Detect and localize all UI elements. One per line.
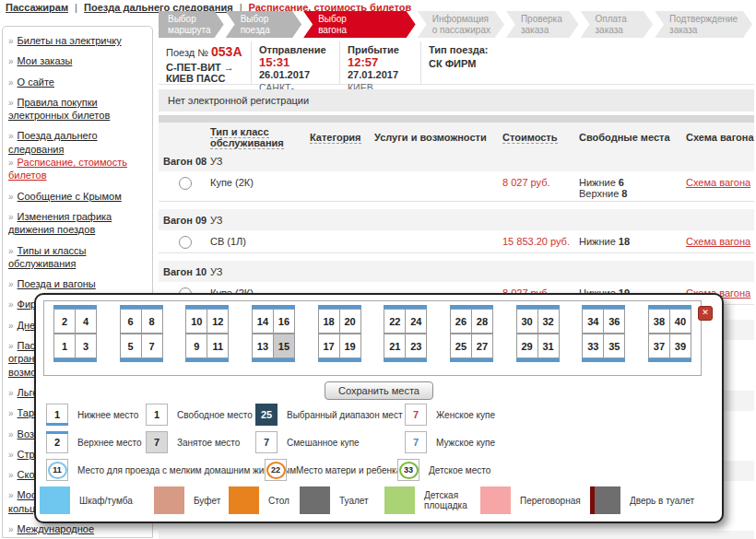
seat-cell[interactable]: 22 <box>384 309 406 334</box>
seat-cell[interactable]: 3 <box>75 334 97 358</box>
seat-cell[interactable]: 21 <box>384 334 406 358</box>
step-line2: заказа <box>521 25 575 36</box>
category-cell <box>310 177 374 199</box>
wagon-number: Вагон 09 <box>159 215 210 226</box>
step-todo: Оплатазаказа <box>581 11 654 38</box>
seat-cell[interactable]: 5 <box>120 334 142 358</box>
seat-cell[interactable]: 17 <box>318 334 340 358</box>
sidebar-link[interactable]: Международное сообщение <box>8 523 94 538</box>
seat-group: 18201719 <box>318 305 361 375</box>
seat-cell[interactable]: 25 <box>450 334 472 358</box>
save-seats-button[interactable]: Сохранить места <box>325 381 433 400</box>
seat-row-upper: 68 <box>120 309 163 334</box>
sidebar-link[interactable]: Мои заказы <box>18 55 73 66</box>
step-line1: Выбор <box>318 14 412 25</box>
departure-label: Отправление <box>259 44 332 55</box>
step-line2: заказа <box>669 25 749 36</box>
seat-cell[interactable]: 18 <box>318 309 340 334</box>
seat-cell[interactable]: 35 <box>603 334 625 358</box>
seat-row-upper: 2628 <box>450 309 493 334</box>
seat-cell[interactable]: 38 <box>648 309 670 334</box>
sidebar-link[interactable]: Изменения графика движения поездов <box>8 211 112 235</box>
seat-cell[interactable]: 39 <box>669 334 691 358</box>
sidebar-subitem: »Изменения графика движения поездов <box>8 210 148 237</box>
seat-cell[interactable]: 15 <box>273 334 295 358</box>
seat-cell[interactable]: 37 <box>648 334 670 358</box>
wagon-scheme-link[interactable]: Схема вагона <box>686 177 750 188</box>
sidebar-subitem: »Сообщение с Крымом <box>8 190 148 203</box>
step-done[interactable]: Выборпоезда <box>226 11 302 38</box>
legend-label: Переговорная <box>520 496 581 506</box>
sidebar-subitem: »Поезда и вагоны <box>8 277 148 290</box>
seat-cell[interactable]: 7 <box>141 334 163 358</box>
seat-cell[interactable]: 33 <box>582 334 604 358</box>
close-icon[interactable]: ✕ <box>698 306 713 321</box>
seat-cell[interactable]: 4 <box>75 309 97 334</box>
step-todo: Подтверждениезаказа <box>655 11 752 38</box>
seat-group: 38403739 <box>648 305 691 375</box>
sidebar-link[interactable]: Билеты на электричку <box>18 35 122 46</box>
seat-cell[interactable]: 8 <box>141 309 163 334</box>
seat-row-upper: 3840 <box>648 309 691 334</box>
child-circle-icon: 33 <box>399 462 419 479</box>
seat-cell[interactable]: 13 <box>252 334 274 358</box>
seat-cell[interactable]: 16 <box>273 309 295 334</box>
seat-group: 22242123 <box>384 305 427 375</box>
seat-cell[interactable]: 23 <box>405 334 427 358</box>
seat-cell[interactable]: 29 <box>516 334 538 358</box>
class-radio-button[interactable] <box>179 177 192 190</box>
seat-cell[interactable]: 24 <box>405 309 427 334</box>
train-number-section: Поезд № 053А С-ПЕТ-ВИТ → КИЕВ ПАСС <box>159 41 251 84</box>
arrival-section: Прибытие 12:57 27.01.2017 КИЕВ <box>339 41 420 84</box>
sidebar-link[interactable]: Сообщение с Крымом <box>18 191 122 202</box>
sidebar-link[interactable]: Поезда дальнего следования <box>8 130 98 154</box>
seat-cell[interactable]: 31 <box>537 334 560 358</box>
seat-cell[interactable]: 6 <box>120 309 142 334</box>
chevron-right-icon: » <box>8 56 14 66</box>
seat-cell[interactable]: 2 <box>53 309 76 334</box>
seat-cell[interactable]: 10 <box>185 309 207 334</box>
seat-cell[interactable]: 9 <box>185 334 207 358</box>
column-header: Тип и класс обслуживания <box>210 126 310 148</box>
legend-label: Смешанное купе <box>287 438 360 448</box>
seat-cell[interactable]: 28 <box>471 309 493 334</box>
chevron-right-icon: » <box>8 388 14 398</box>
pet-circle-icon: 11 <box>48 462 67 479</box>
sidebar-link[interactable]: Правила покупки электронных билетов <box>8 97 110 121</box>
sidebar-link[interactable]: Расписание, стоимость билетов <box>8 157 127 181</box>
seat-cell[interactable]: 36 <box>603 309 625 334</box>
seat-pet-box: 11 <box>46 459 68 481</box>
class-radio-button[interactable] <box>179 236 192 249</box>
seat-free-box: 1 <box>146 404 168 426</box>
sortable-header-link[interactable]: Тип и класс обслуживания <box>210 126 284 149</box>
step-line2: о пассажирах <box>432 25 501 36</box>
breadcrumb-link-passengers[interactable]: Пассажирам <box>6 2 68 13</box>
step-done[interactable]: Выбормаршрута <box>159 11 224 38</box>
legend-label: Мужское купе <box>436 438 495 448</box>
sidebar-link[interactable]: О сайте <box>18 76 54 88</box>
compartment-mixed-box: 7 <box>255 431 278 453</box>
sortable-header-link[interactable]: Стоимость <box>502 132 558 144</box>
seat-cell[interactable]: 1 <box>53 334 76 358</box>
seat-cell[interactable]: 12 <box>207 309 229 334</box>
seat-cell[interactable]: 20 <box>339 309 361 334</box>
carrier-label: УЗ <box>210 156 310 167</box>
seat-cell[interactable]: 34 <box>582 309 604 334</box>
sidebar-link[interactable]: Поезда и вагоны <box>18 278 96 289</box>
wagon-scheme-link[interactable]: Схема вагона <box>686 236 750 247</box>
seat-cell[interactable]: 27 <box>471 334 493 358</box>
seat-cell[interactable]: 14 <box>252 309 274 334</box>
seat-cell[interactable]: 32 <box>537 309 560 334</box>
legend-label: Место матери и ребенка <box>296 465 401 475</box>
seat-cell[interactable]: 40 <box>669 309 691 334</box>
sortable-header-link[interactable]: Категория <box>310 132 361 144</box>
step-line1: Оплата <box>596 14 650 25</box>
seat-cell[interactable]: 19 <box>339 334 361 358</box>
seat-cell[interactable]: 30 <box>516 309 538 334</box>
chevron-right-icon: » <box>8 98 14 108</box>
chevron-right-icon: » <box>8 321 14 331</box>
seat-row-lower: 2931 <box>516 334 560 358</box>
sidebar-link[interactable]: Типы и классы обслуживания <box>8 245 86 269</box>
seat-cell[interactable]: 11 <box>207 334 229 358</box>
seat-cell[interactable]: 26 <box>450 309 472 334</box>
